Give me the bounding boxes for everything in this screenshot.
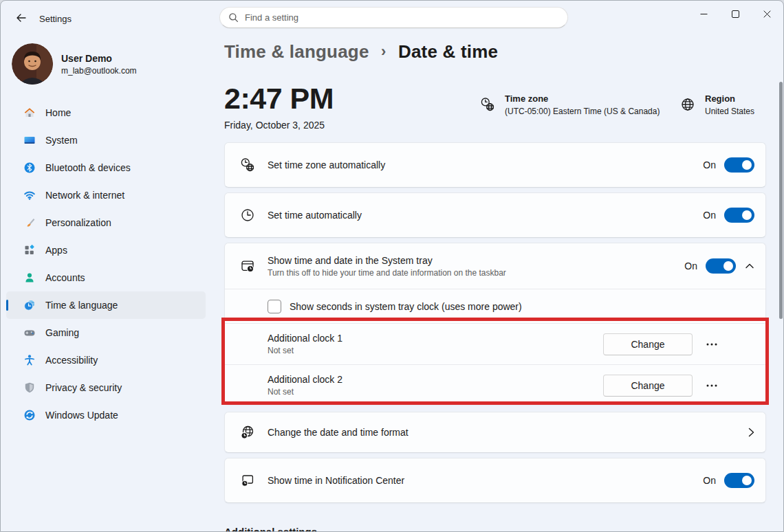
sidebar-item-label: Windows Update	[45, 410, 118, 421]
breadcrumb-parent[interactable]: Time & language	[224, 41, 369, 62]
sidebar-item-accessibility[interactable]: Accessibility	[6, 346, 206, 374]
sidebar-item-time-language[interactable]: Time & language	[6, 291, 206, 319]
change-clock-2-button[interactable]: Change	[603, 375, 693, 397]
sidebar-item-label: Accounts	[45, 272, 85, 283]
toggle-state-label: On	[684, 261, 697, 271]
card-notification-center: Show time in Notification Center On	[224, 458, 766, 503]
sidebar-item-label: System	[45, 135, 78, 146]
sidebar-item-label: Network & internet	[45, 190, 124, 201]
sidebar-item-accounts[interactable]: Accounts	[6, 264, 206, 291]
scrollbar-thumb[interactable]	[779, 82, 783, 319]
avatar	[12, 43, 53, 85]
change-clock-1-button[interactable]: Change	[603, 333, 693, 355]
additional-clock-value: Not set	[268, 387, 342, 397]
card-date-format[interactable]: Change the date and time format	[224, 412, 766, 453]
bluetooth-icon	[23, 162, 36, 174]
sidebar-item-home[interactable]: Home	[6, 99, 206, 126]
timezone-info: Time zone (UTC-05:00) Eastern Time (US &…	[480, 93, 660, 116]
profile-name: User Demo	[61, 53, 137, 64]
sidebar-item-apps[interactable]: Apps	[6, 236, 206, 264]
sidebar-item-label: Privacy & security	[45, 382, 122, 393]
notification-center-toggle[interactable]	[724, 473, 754, 488]
sidebar-item-label: Home	[45, 107, 71, 118]
sidebar-item-gaming[interactable]: Gaming	[6, 319, 206, 346]
current-time: 2:47 PM	[224, 82, 334, 115]
selected-accent-bar	[6, 300, 8, 311]
profile-email: m_lab@outlook.com	[61, 66, 137, 76]
set-time-toggle[interactable]	[724, 208, 754, 223]
additional-clock-title: Additional clock 2	[268, 374, 342, 385]
setting-subtitle: Turn this off to hide your time and date…	[268, 268, 506, 278]
breadcrumb: Time & language › Date & time	[224, 41, 498, 63]
timezone-value: (UTC-05:00) Eastern Time (US & Canada)	[505, 107, 660, 116]
accounts-icon	[23, 271, 36, 284]
sidebar-item-label: Gaming	[45, 327, 79, 338]
toggle-state-label: On	[703, 210, 716, 221]
sidebar-item-network[interactable]: Network & internet	[6, 181, 206, 209]
card-system-tray-group: Show time and date in the System tray Tu…	[224, 243, 766, 405]
set-timezone-toggle[interactable]	[724, 157, 754, 173]
shield-icon	[23, 381, 36, 394]
system-tray-expander-row[interactable]: Show time and date in the System tray Tu…	[225, 243, 765, 289]
setting-title: Set time automatically	[268, 210, 362, 221]
setting-title: Show time and date in the System tray	[268, 255, 506, 266]
setting-title: Set time zone automatically	[268, 159, 385, 170]
titlebar: Settings Find a setting	[1, 1, 783, 35]
system-tray-toggle[interactable]	[706, 258, 736, 274]
back-button[interactable]	[10, 9, 32, 27]
maximize-icon	[732, 10, 739, 18]
clock-globe-icon	[240, 157, 255, 173]
personalization-icon	[23, 217, 36, 229]
sidebar-item-personalization[interactable]: Personalization	[6, 209, 206, 236]
toggle-state-label: On	[703, 159, 716, 170]
show-seconds-checkbox[interactable]	[268, 300, 281, 313]
sidebar-item-label: Time & language	[45, 300, 118, 311]
arrow-left-icon	[15, 12, 28, 24]
accessibility-icon	[23, 354, 36, 366]
home-icon	[23, 107, 36, 119]
setting-title: Change the date and time format	[268, 427, 409, 438]
minimize-icon	[700, 10, 708, 18]
close-icon	[763, 10, 771, 18]
tray-clock-icon	[240, 258, 255, 274]
breadcrumb-separator: ›	[381, 43, 386, 60]
additional-clock-title: Additional clock 1	[268, 333, 342, 344]
page-title: Date & time	[398, 41, 498, 62]
more-options-button[interactable]	[698, 375, 726, 397]
show-seconds-row: Show seconds in system tray clock (uses …	[225, 289, 765, 323]
search-input[interactable]: Find a setting	[219, 7, 568, 28]
time-language-icon	[23, 299, 36, 311]
minimize-button[interactable]	[688, 1, 719, 26]
bubble-clock-icon	[240, 473, 255, 488]
collapse-button[interactable]	[745, 263, 754, 269]
sidebar-item-label: Apps	[45, 245, 67, 256]
chevron-up-icon	[745, 263, 754, 269]
sidebar-item-label: Accessibility	[45, 355, 98, 366]
additional-clock-1-row: Additional clock 1 Not set Change	[225, 323, 765, 364]
close-button[interactable]	[751, 1, 783, 26]
current-date: Friday, October 3, 2025	[224, 120, 325, 131]
settings-window: Settings Find a setting	[0, 0, 784, 532]
search-placeholder: Find a setting	[245, 12, 298, 23]
search-icon	[228, 12, 239, 23]
system-icon	[23, 134, 36, 146]
timezone-label: Time zone	[505, 93, 660, 104]
clock-icon	[240, 208, 255, 223]
sidebar-nav: Home System Bluetooth & devices Network …	[6, 99, 206, 429]
maximize-button[interactable]	[719, 1, 751, 26]
user-profile: User Demo m_lab@outlook.com	[12, 43, 137, 85]
more-horizontal-icon	[706, 343, 717, 346]
more-options-button[interactable]	[698, 333, 726, 355]
globe-icon	[680, 97, 695, 116]
sidebar-item-windows-update[interactable]: Windows Update	[6, 401, 206, 429]
region-value: United States	[705, 107, 754, 116]
window-controls	[688, 1, 783, 26]
apps-icon	[23, 244, 36, 256]
gaming-icon	[23, 326, 36, 339]
globe-clock-icon	[240, 425, 255, 440]
toggle-knob	[742, 160, 752, 170]
sidebar-item-bluetooth[interactable]: Bluetooth & devices	[6, 154, 206, 181]
sidebar-item-privacy-security[interactable]: Privacy & security	[6, 374, 206, 401]
sidebar-item-system[interactable]: System	[6, 126, 206, 154]
toggle-knob	[723, 261, 733, 271]
